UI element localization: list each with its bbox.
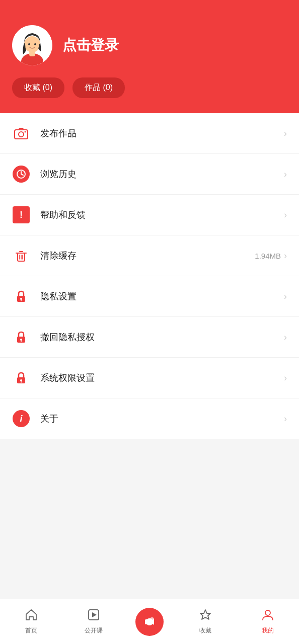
svg-point-3 — [24, 36, 40, 52]
history-label: 浏览历史 — [40, 168, 284, 180]
menu-item-permissions[interactable]: 系统权限设置 › — [0, 358, 299, 398]
nav-record[interactable] — [125, 608, 175, 636]
favorites-button[interactable]: 收藏 (0) — [12, 77, 64, 98]
publish-chevron: › — [284, 128, 287, 139]
svg-point-8 — [25, 131, 26, 133]
svg-rect-6 — [15, 130, 28, 139]
svg-marker-18 — [92, 612, 97, 617]
privacy-chevron: › — [284, 291, 287, 302]
login-prompt[interactable]: 点击登录 — [62, 36, 119, 55]
nav-mine-label: 我的 — [262, 626, 274, 635]
nav-mine[interactable]: 我的 — [237, 608, 299, 635]
svg-point-7 — [19, 132, 24, 137]
cache-label: 清除缓存 — [40, 250, 255, 262]
nav-home[interactable]: 首页 — [0, 608, 62, 635]
menu-item-cache[interactable]: 清除缓存 1.94MB › — [0, 235, 299, 276]
svg-point-24 — [265, 610, 270, 615]
info-icon: i — [12, 410, 30, 428]
menu-item-history[interactable]: 浏览历史 › — [0, 154, 299, 195]
about-label: 关于 — [40, 413, 284, 425]
permissions-label: 系统权限设置 — [40, 372, 284, 384]
bottom-nav: 首页 公开课 收藏 — [0, 599, 299, 644]
trash-icon — [12, 247, 30, 265]
lock-icon — [12, 287, 30, 305]
nav-favorites-label: 收藏 — [199, 626, 211, 635]
svg-marker-23 — [200, 610, 210, 619]
revoke-chevron: › — [284, 332, 287, 343]
nav-courses-label: 公开课 — [85, 626, 103, 635]
menu-item-publish[interactable]: 发布作品 › — [0, 113, 299, 154]
cache-size: 1.94MB — [255, 252, 281, 260]
clock-icon — [12, 165, 30, 183]
star-icon — [199, 608, 212, 624]
lock-revoke-icon — [12, 328, 30, 346]
nav-favorites[interactable]: 收藏 — [175, 608, 237, 635]
menu-item-privacy[interactable]: 隐私设置 › — [0, 276, 299, 317]
permissions-icon — [12, 369, 30, 387]
user-icon — [261, 608, 274, 624]
privacy-label: 隐私设置 — [40, 290, 284, 302]
svg-rect-21 — [145, 619, 152, 624]
svg-point-4 — [28, 43, 30, 45]
works-button[interactable]: 作品 (0) — [72, 77, 125, 98]
nav-home-label: 首页 — [25, 626, 37, 635]
menu-item-help[interactable]: ! 帮助和反馈 › — [0, 195, 299, 235]
permissions-chevron: › — [284, 373, 287, 383]
menu-list: 发布作品 › 浏览历史 › — [0, 113, 299, 439]
about-chevron: › — [284, 414, 287, 424]
menu-item-revoke[interactable]: 撤回隐私授权 › — [0, 317, 299, 358]
camera-icon — [12, 124, 30, 142]
record-button[interactable] — [135, 608, 164, 636]
help-icon: ! — [12, 206, 30, 224]
svg-point-5 — [34, 43, 36, 45]
publish-label: 发布作品 — [40, 127, 284, 139]
menu-item-about[interactable]: i 关于 › — [0, 398, 299, 439]
profile-header: 点击登录 收藏 (0) 作品 (0) — [0, 0, 299, 113]
nav-courses[interactable]: 公开课 — [62, 608, 125, 635]
history-chevron: › — [284, 169, 287, 180]
cache-chevron: › — [284, 251, 287, 261]
avatar[interactable] — [12, 25, 52, 65]
home-icon — [25, 608, 38, 624]
help-chevron: › — [284, 210, 287, 220]
help-label: 帮助和反馈 — [40, 209, 284, 221]
revoke-label: 撤回隐私授权 — [40, 331, 284, 343]
play-icon — [87, 608, 100, 624]
